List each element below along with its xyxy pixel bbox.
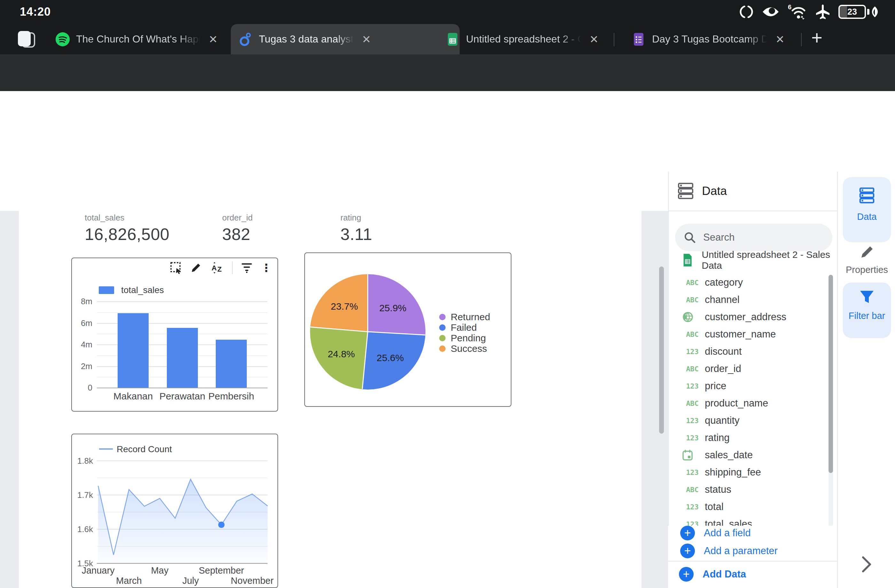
svg-text:September: September — [199, 565, 244, 576]
text-field-icon: ABC — [683, 279, 702, 286]
number-field-icon: 123 — [683, 434, 702, 442]
gridline — [97, 302, 267, 302]
svg-text:6: 6 — [788, 4, 792, 11]
close-tab-icon[interactable]: ✕ — [207, 33, 218, 46]
browser-tab-sheets[interactable]: Untitled spreadsheet 2 - Go ✕ — [438, 24, 607, 54]
legend-item-success: Success — [439, 345, 490, 353]
field-name: category — [705, 277, 743, 288]
data-panel-title: Data — [702, 184, 727, 198]
x-axis-label: Makanan — [105, 391, 161, 402]
svg-text:January: January — [82, 565, 115, 576]
close-tab-icon[interactable]: ✕ — [587, 33, 599, 46]
add-a-parameter-button[interactable]: + Add a parameter — [680, 544, 778, 558]
y-axis-tick: 4m — [74, 340, 93, 350]
close-tab-icon[interactable]: ✕ — [360, 33, 371, 46]
field-total[interactable]: 123total — [668, 498, 828, 515]
add-a-field-button[interactable]: + Add a field — [680, 526, 751, 540]
close-tab-icon[interactable]: ✕ — [774, 33, 785, 46]
browser-tab-spotify[interactable]: The Church Of What's Happ ✕ — [48, 24, 225, 54]
rail-tab-data[interactable]: Data — [843, 177, 891, 242]
text-field-icon: ABC — [683, 330, 702, 338]
browser-tab-forms[interactable]: Day 3 Tugas Bootcamp Data ✕ — [624, 24, 793, 54]
new-tab-button[interactable]: + — [811, 27, 822, 48]
field-list: ABCcategoryABCchannelcustomer_addressABC… — [668, 274, 828, 533]
rail-tab-filter-bar[interactable]: Filter bar — [843, 282, 891, 338]
add-data-button[interactable]: + Add Data — [679, 567, 746, 582]
gridline — [97, 388, 267, 388]
field-channel[interactable]: ABCchannel — [668, 291, 828, 308]
scorecard-rating[interactable]: rating 3.11 — [340, 213, 372, 244]
rail-tab-properties[interactable]: Properties — [843, 243, 891, 280]
field-name: channel — [705, 294, 740, 306]
legend-dot — [439, 335, 446, 341]
browser-tab-looker-studio[interactable]: Tugas 3 data analyst ✕ — [231, 24, 460, 54]
x-axis-label: Perawatan — [154, 391, 211, 402]
pie-slice-label: 24.8% — [324, 349, 359, 359]
time-series-chart-card[interactable]: 1.8k1.7k1.6k1.5k Record Count JanuaryMay… — [71, 433, 278, 588]
pie-slice-label: 25.6% — [373, 353, 408, 363]
canvas-scrollbar[interactable] — [659, 267, 664, 433]
scorecard-total-sales[interactable]: total_sales 16,826,500 — [85, 213, 169, 244]
field-name: sales_date — [705, 449, 753, 461]
field-name: shipping_fee — [705, 467, 761, 478]
field-sales_date[interactable]: sales_date — [668, 446, 828, 464]
pie-slice-label: 23.7% — [327, 301, 362, 312]
tab-switcher-icon[interactable] — [17, 30, 36, 49]
plus-icon: + — [680, 526, 695, 540]
date-field-icon — [683, 450, 702, 461]
field-list-scrollbar[interactable] — [828, 275, 833, 473]
bar-chart-card[interactable]: AZ ⋮ total_sales 8m6m4m2m0MakananPerawat… — [71, 258, 278, 412]
field-name: total — [705, 501, 724, 512]
search-placeholder: Search — [703, 232, 734, 243]
field-discount[interactable]: 123discount — [668, 343, 828, 360]
bar-makanan[interactable] — [118, 313, 149, 388]
data-stack-icon — [859, 186, 875, 205]
field-customer_address[interactable]: customer_address — [668, 308, 828, 326]
y-axis-tick: 6m — [74, 318, 93, 328]
legend-dot — [439, 346, 446, 352]
number-field-icon: 123 — [683, 417, 702, 425]
eye-comfort-icon — [762, 5, 780, 18]
field-search-input[interactable]: Search — [675, 224, 832, 251]
svg-text:March: March — [116, 576, 142, 586]
field-product_name[interactable]: ABCproduct_name — [668, 395, 828, 412]
search-icon — [684, 232, 696, 243]
collapse-panel-icon[interactable] — [859, 555, 874, 574]
legend-dot — [439, 324, 446, 331]
field-name: price — [705, 380, 726, 392]
plus-icon: + — [680, 544, 695, 558]
bar-perawatan[interactable] — [167, 328, 198, 388]
spotify-favicon — [56, 32, 70, 46]
field-name: discount — [705, 346, 742, 357]
field-customer_name[interactable]: ABCcustomer_name — [668, 326, 828, 343]
tab-title: The Church Of What's Happ — [76, 33, 200, 45]
google-forms-favicon — [632, 32, 646, 46]
gridline — [97, 312, 267, 313]
data-source-row[interactable]: Untitled spreadsheet 2 - Sales Data — [668, 251, 837, 269]
scorecard-order-id[interactable]: order_id 382 — [222, 213, 253, 244]
field-status[interactable]: ABCstatus — [668, 481, 828, 498]
airplane-mode-icon — [815, 4, 830, 20]
field-name: order_id — [705, 363, 741, 374]
data-source-name: Untitled spreadsheet 2 - Sales Data — [702, 249, 837, 271]
field-shipping_fee[interactable]: 123shipping_fee — [668, 464, 828, 481]
legend-label: Pending — [451, 333, 486, 344]
field-order_id[interactable]: ABCorder_id — [668, 360, 828, 377]
status-icons: 6 23 — [739, 4, 879, 20]
pie-slice-label: 25.9% — [375, 303, 410, 314]
pie-chart-card[interactable]: ReturnedFailedPendingSuccess 25.9%25.6%2… — [304, 253, 511, 407]
field-rating[interactable]: 123rating — [668, 429, 828, 446]
svg-text:Record Count: Record Count — [117, 444, 172, 454]
number-field-icon: 123 — [683, 468, 702, 476]
time-series-svg: 1.8k1.7k1.6k1.5k Record Count JanuaryMay… — [72, 434, 279, 588]
geo-field-icon — [683, 312, 702, 323]
field-category[interactable]: ABCcategory — [668, 274, 828, 291]
pie-chart-legend: ReturnedFailedPendingSuccess — [439, 313, 490, 353]
tab-title: Untitled spreadsheet 2 - Go — [466, 33, 581, 45]
bar-pembersih[interactable] — [216, 340, 247, 388]
svg-text:July: July — [182, 576, 199, 586]
svg-text:1.8k: 1.8k — [77, 456, 93, 465]
number-field-icon: 123 — [683, 503, 702, 511]
field-quantity[interactable]: 123quantity — [668, 412, 828, 429]
field-price[interactable]: 123price — [668, 377, 828, 395]
